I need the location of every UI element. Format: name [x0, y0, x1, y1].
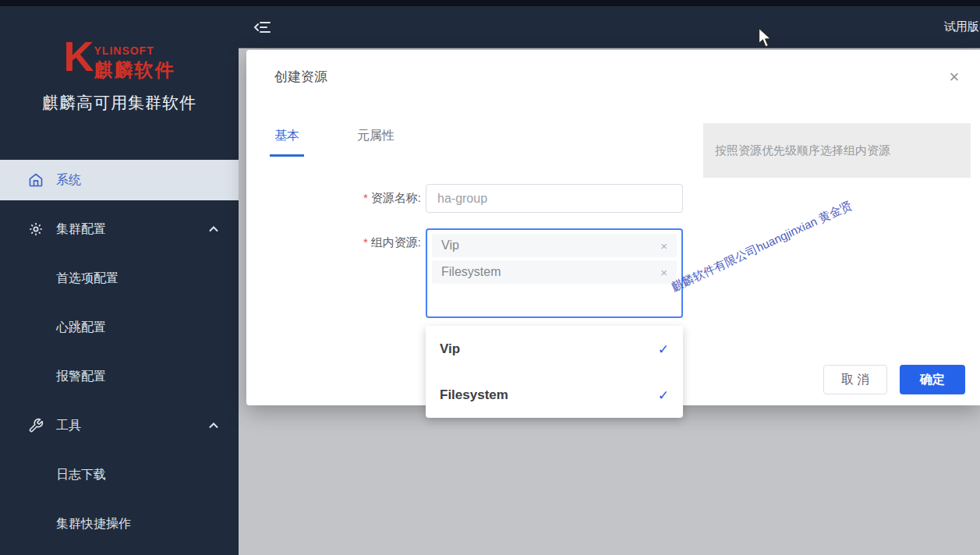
group-resources-label: *组内资源: — [293, 235, 421, 250]
tab-meta-attributes[interactable]: 元属性 — [352, 128, 399, 157]
remove-tag-icon[interactable]: × — [660, 267, 667, 278]
chevron-up-icon — [209, 422, 218, 430]
dialog-tabs: 基本 元属性 — [270, 128, 399, 157]
resource-name-label: *资源名称: — [293, 191, 421, 206]
check-icon: ✓ — [658, 341, 669, 357]
sidebar-nav: 系统 集群配置 首选项配置 心跳配置 报警配置 工具 日志下载 集群快捷操作 — [0, 160, 239, 553]
gear-icon — [28, 221, 44, 237]
sidebar-item-label: 集群快捷操作 — [56, 516, 131, 532]
remove-tag-icon[interactable]: × — [660, 240, 667, 252]
tag-label: Filesystem — [441, 265, 501, 279]
selected-tag-filesystem: Filesystem × — [432, 260, 677, 284]
option-label: Vip — [440, 341, 460, 357]
logo-brand-en: YLINSOFT — [94, 44, 175, 57]
sidebar-item-heartbeat-config[interactable]: 心跳配置 — [0, 307, 239, 348]
sidebar-item-label: 日志下载 — [56, 467, 106, 483]
dropdown-option-filesystem[interactable]: Filesystem ✓ — [426, 372, 683, 418]
option-label: Filesystem — [440, 387, 508, 403]
confirm-button[interactable]: 确定 — [900, 365, 965, 394]
create-resource-dialog: 创建资源 × 基本 元属性 按照资源优先级顺序选择组内资源 *资源名称: *组内… — [246, 50, 980, 405]
menu-fold-icon[interactable] — [253, 18, 272, 37]
tab-basic[interactable]: 基本 — [270, 128, 304, 157]
sidebar-item-cluster-shortcuts[interactable]: 集群快捷操作 — [0, 504, 239, 544]
sidebar-item-cluster-config[interactable]: 集群配置 — [0, 209, 239, 249]
cancel-button[interactable]: 取 消 — [823, 365, 887, 394]
priority-hint-text: 按照资源优先级顺序选择组内资源 — [715, 143, 890, 158]
window-top-strip — [0, 0, 980, 6]
sidebar-item-alarm-config[interactable]: 报警配置 — [0, 356, 239, 397]
sidebar-item-preferences-config[interactable]: 首选项配置 — [0, 258, 239, 299]
tag-label: Vip — [441, 239, 459, 253]
dropdown-option-vip[interactable]: Vip ✓ — [426, 326, 683, 372]
sidebar-item-label: 心跳配置 — [56, 320, 106, 336]
required-asterisk: * — [363, 191, 368, 204]
chevron-up-icon — [209, 225, 218, 233]
resource-name-input[interactable] — [426, 184, 683, 213]
product-name: 麒麟高可用集群软件 — [0, 92, 239, 114]
logo-k-letter: K — [64, 39, 93, 75]
topbar: 试用版( — [239, 6, 980, 48]
kylinsoft-logo: K YLINSOFT 麒麟软件 — [0, 6, 239, 83]
priority-hint-box: 按照资源优先级顺序选择组内资源 — [703, 123, 971, 178]
logo-brand-cn: 麒麟软件 — [94, 58, 175, 83]
check-icon: ✓ — [658, 387, 669, 403]
sidebar-item-label: 首选项配置 — [56, 270, 119, 287]
required-asterisk: * — [363, 235, 368, 249]
sidebar-item-log-download[interactable]: 日志下载 — [0, 454, 239, 495]
dialog-title: 创建资源 — [274, 68, 327, 86]
sidebar-item-label: 系统 — [56, 172, 81, 189]
group-resources-dropdown: Vip ✓ Filesystem ✓ — [426, 326, 683, 418]
sidebar-item-tools[interactable]: 工具 — [0, 405, 239, 446]
home-icon — [28, 172, 44, 188]
sidebar-item-system[interactable]: 系统 — [0, 160, 239, 200]
sidebar: K YLINSOFT 麒麟软件 麒麟高可用集群软件 系统 集群配置 首选项配置 … — [0, 6, 239, 555]
wrench-icon — [28, 418, 44, 433]
group-resources-select[interactable]: Vip × Filesystem × — [426, 228, 683, 318]
selected-tag-vip: Vip × — [432, 234, 677, 257]
close-icon: × — [950, 67, 960, 87]
sidebar-item-label: 工具 — [56, 418, 81, 434]
sidebar-item-label: 集群配置 — [56, 221, 106, 238]
close-button[interactable]: × — [943, 67, 965, 89]
sidebar-item-label: 报警配置 — [56, 369, 106, 385]
trial-version-label: 试用版( — [944, 19, 980, 34]
